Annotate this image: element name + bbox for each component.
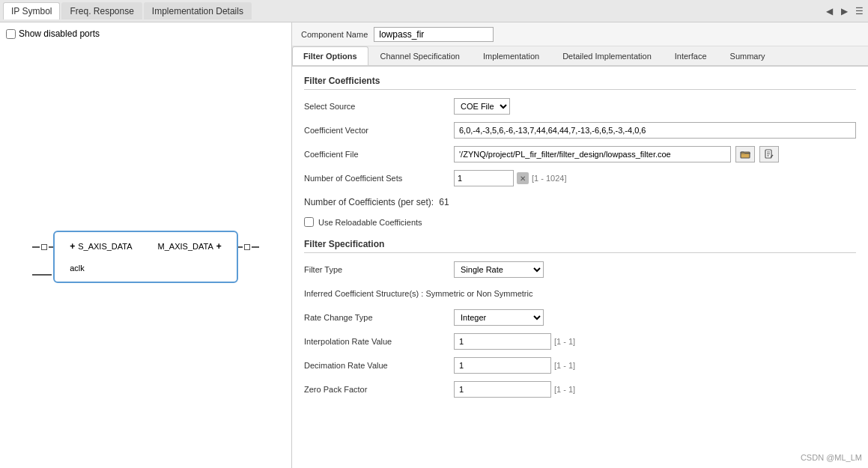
watermark: CSDN @ML_LM (801, 453, 862, 462)
component-name-row: Component Name (292, 22, 868, 46)
show-disabled-checkbox[interactable] (6, 29, 16, 39)
coeff-file-label: Coefficient File (304, 150, 454, 159)
tab-implementation[interactable]: Implementation (472, 46, 550, 65)
zero-pack-range: [1 - 1] (554, 385, 575, 394)
coeff-file-row: Coefficient File (304, 145, 856, 163)
decimation-rate-label: Decimation Rate Value (304, 361, 454, 370)
num-coefficients-label: Number of Coefficients (per set): 61 (304, 197, 454, 207)
top-tab-bar: IP Symbol Freq. Response Implementation … (0, 0, 868, 22)
coeff-vector-input[interactable] (454, 122, 856, 139)
interpolation-rate-range: [1 - 1] (554, 337, 575, 346)
aclk-port: aclk (70, 264, 222, 273)
coeff-sets-range: [1 - 1024] (532, 174, 566, 183)
decimation-rate-range: [1 - 1] (554, 361, 575, 370)
zero-pack-label: Zero Pack Factor (304, 385, 454, 394)
coeff-vector-row: Coefficient Vector (304, 121, 856, 139)
right-panel: Component Name Filter Options Channel Sp… (292, 22, 868, 468)
reloadable-coeff-row: Use Reloadable Coefficients (304, 217, 856, 227)
filter-type-label: Filter Type (304, 265, 454, 274)
num-coeff-sets-row: Number of Coefficient Sets ✕ [1 - 1024] (304, 169, 856, 187)
symbol-box: + S_AXIS_DATA M_AXIS_DATA + aclk (53, 231, 238, 283)
zero-pack-row: Zero Pack Factor [1 - 1] (304, 380, 856, 398)
filter-coefficients-title: Filter Coefficients (304, 76, 856, 90)
tab-channel-spec[interactable]: Channel Specification (369, 46, 471, 65)
select-source-dropdown[interactable]: COE File Vector (454, 98, 510, 115)
port-plus-m-axis: + (216, 241, 222, 252)
rate-change-type-dropdown[interactable]: Integer Fixed Fractional (454, 309, 544, 326)
component-name-input[interactable] (374, 27, 494, 42)
port-plus-s-axis: + (70, 241, 75, 252)
tab-freq-response[interactable]: Freq. Response (61, 2, 142, 19)
num-coefficients-value: 61 (439, 197, 449, 207)
decimation-rate-row: Decimation Rate Value [1 - 1] (304, 356, 856, 374)
rate-change-type-row: Rate Change Type Integer Fixed Fractiona… (304, 309, 856, 326)
content-area: Filter Coefficients Select Source COE Fi… (292, 67, 868, 468)
component-name-label: Component Name (301, 30, 368, 39)
filter-spec-title: Filter Specification (304, 239, 856, 253)
coeff-file-input[interactable] (454, 146, 731, 162)
inferred-row: Inferred Coefficient Structure(s) : Symm… (304, 285, 856, 303)
zero-pack-input[interactable] (454, 381, 551, 398)
s-axis-label: S_AXIS_DATA (78, 242, 132, 251)
menu-icon[interactable]: ☰ (853, 5, 865, 17)
num-coefficients-row: Number of Coefficients (per set): 61 (304, 193, 856, 211)
select-source-row: Select Source COE File Vector (304, 97, 856, 115)
filter-type-dropdown[interactable]: Single Rate Interpolation Decimation Hil… (454, 261, 544, 278)
left-panel: Show disabled ports (0, 22, 292, 468)
filter-type-row: Filter Type Single Rate Interpolation De… (304, 261, 856, 279)
filter-specification-section: Filter Specification Filter Type Single … (304, 239, 856, 398)
edit-file-button[interactable] (759, 146, 779, 162)
show-disabled-row: Show disabled ports (0, 22, 291, 45)
next-icon[interactable]: ▶ (838, 5, 850, 17)
decimation-rate-input[interactable] (454, 357, 551, 374)
rate-change-type-label: Rate Change Type (304, 313, 454, 322)
browse-folder-button[interactable] (735, 146, 755, 162)
aclk-label: aclk (70, 264, 85, 273)
tab-filter-options[interactable]: Filter Options (292, 46, 368, 65)
symbol-area: + S_AXIS_DATA M_AXIS_DATA + aclk (0, 45, 291, 468)
num-coeff-sets-label: Number of Coefficient Sets (304, 174, 454, 183)
num-coeff-sets-input[interactable] (454, 170, 514, 186)
prev-icon[interactable]: ◀ (823, 5, 835, 17)
tab-detailed-impl[interactable]: Detailed Implementation (551, 46, 663, 65)
show-disabled-label: Show disabled ports (19, 28, 100, 39)
reloadable-checkbox[interactable] (304, 217, 314, 227)
tab-ip-symbol[interactable]: IP Symbol (3, 2, 60, 19)
select-source-label: Select Source (304, 102, 454, 111)
tab-summary[interactable]: Summary (719, 46, 777, 65)
coeff-vector-label: Coefficient Vector (304, 126, 454, 135)
interpolation-rate-label: Interpolation Rate Value (304, 337, 454, 346)
tab-bar: Filter Options Channel Specification Imp… (292, 46, 868, 67)
tab-impl-details[interactable]: Implementation Details (144, 2, 252, 19)
filter-coefficients-section: Filter Coefficients Select Source COE Fi… (304, 76, 856, 227)
interpolation-rate-row: Interpolation Rate Value [1 - 1] (304, 332, 856, 350)
m-axis-label: M_AXIS_DATA (158, 242, 213, 251)
interpolation-rate-input[interactable] (454, 333, 551, 350)
inferred-label: Inferred Coefficient Structure(s) : Symm… (304, 289, 532, 298)
s-axis-port: + S_AXIS_DATA M_AXIS_DATA + (70, 241, 222, 252)
clear-coeff-sets-button[interactable]: ✕ (517, 172, 529, 184)
tab-interface[interactable]: Interface (664, 46, 718, 65)
reloadable-label: Use Reloadable Coefficients (318, 218, 422, 227)
